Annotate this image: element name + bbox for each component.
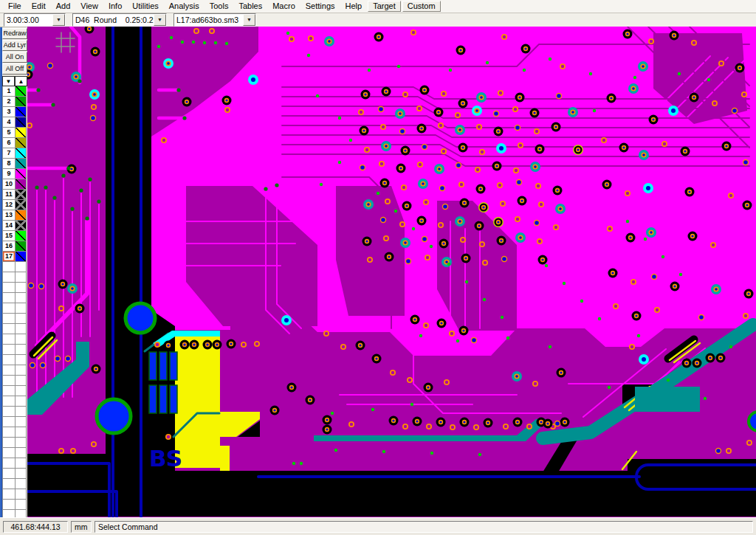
layer-row-17[interactable]: 17 <box>2 252 27 262</box>
layer-number-15[interactable]: 15 <box>2 231 16 241</box>
layer-row-11[interactable]: 11 <box>2 190 27 200</box>
layer-row-2[interactable]: 2 <box>2 97 27 107</box>
via <box>406 259 410 263</box>
layer-row-12[interactable]: 12 <box>2 200 27 210</box>
layer-swatch-3[interactable] <box>16 107 27 117</box>
via <box>516 421 518 423</box>
all-off-button[interactable]: All Off <box>2 63 27 75</box>
menu-info[interactable]: Info <box>103 1 127 12</box>
layer-row-13[interactable]: 13 <box>2 210 27 221</box>
layer-swatch-15[interactable] <box>16 231 27 241</box>
layer-swatch-7[interactable] <box>16 148 27 159</box>
via <box>725 145 727 147</box>
layer-number-14[interactable]: 14 <box>2 221 16 231</box>
menu-tools[interactable]: Tools <box>205 1 234 12</box>
layer-row-empty <box>2 417 27 427</box>
chevron-down-icon[interactable]: ▼ <box>52 14 65 26</box>
layer-swatch-17[interactable] <box>16 252 27 262</box>
scroll-down-icon[interactable]: ▼ <box>2 76 15 86</box>
layer-number-12[interactable]: 12 <box>2 200 16 210</box>
menu-settings[interactable]: Settings <box>300 1 340 12</box>
layer-number-6[interactable]: 6 <box>2 138 16 148</box>
menu-analysis[interactable]: Analysis <box>164 1 205 12</box>
empty-cell <box>2 293 16 303</box>
pad-combo[interactable]: D46 Round 0.25:0.25 ▼ <box>72 13 167 27</box>
menu-tables[interactable]: Tables <box>233 1 267 12</box>
layer-swatch-6[interactable] <box>16 138 27 148</box>
scroll-up-icon[interactable]: ▲ <box>15 76 27 86</box>
layer-swatch-14[interactable] <box>16 221 27 231</box>
layer-row-5[interactable]: 5 <box>2 128 27 138</box>
layer-row-8[interactable]: 8 <box>2 159 27 169</box>
layer-number-11[interactable]: 11 <box>2 190 16 200</box>
layer-swatch-2[interactable] <box>16 97 27 107</box>
menu-custom[interactable]: Custom <box>402 1 441 12</box>
layer-swatch-9[interactable] <box>16 169 27 179</box>
chevron-down-icon[interactable]: ▼ <box>154 14 166 26</box>
via <box>484 261 487 264</box>
layer-swatch-12[interactable] <box>16 200 27 210</box>
via <box>377 35 379 38</box>
layer-row-4[interactable]: 4 <box>2 117 27 128</box>
menu-target[interactable]: Target <box>368 1 401 12</box>
layer-swatch-16[interactable] <box>16 241 27 252</box>
menu-utilities[interactable]: Utilities <box>127 1 163 12</box>
layer-row-15[interactable]: 15 <box>2 231 27 241</box>
layer-row-3[interactable]: 3 <box>2 107 27 117</box>
via <box>650 231 653 234</box>
via <box>422 237 427 241</box>
add-lyr-button[interactable]: Add Lyr <box>2 40 27 51</box>
via <box>729 194 732 197</box>
layer-row-16[interactable]: 16 <box>2 241 27 252</box>
layer-number-4[interactable]: 4 <box>2 117 16 128</box>
layer-row-1[interactable]: 1 <box>2 86 27 97</box>
via <box>563 421 566 423</box>
menu-macro[interactable]: Macro <box>267 1 300 12</box>
pcb-canvas[interactable]: BS <box>27 27 756 518</box>
grid-combo[interactable]: 3.00:3.00 ▼ <box>4 13 66 27</box>
layer-combo[interactable]: L17:ad663bo.sm3 ▼ <box>173 13 256 27</box>
chevron-down-icon[interactable]: ▼ <box>243 14 255 26</box>
layer-number-7[interactable]: 7 <box>2 148 16 159</box>
layer-number-10[interactable]: 10 <box>2 179 16 190</box>
via <box>475 426 478 429</box>
layer-row-6[interactable]: 6 <box>2 138 27 148</box>
layer-swatch-8[interactable] <box>16 159 27 169</box>
layer-row-10[interactable]: 10 <box>2 179 27 190</box>
layer-swatch-5[interactable] <box>16 128 27 138</box>
redraw-button[interactable]: Redraw <box>2 28 27 39</box>
empty-cell <box>2 458 16 469</box>
via <box>707 78 710 81</box>
layer-swatch-13[interactable] <box>16 210 27 221</box>
layer-number-9[interactable]: 9 <box>2 169 16 179</box>
command-prompt[interactable]: Select Command <box>94 521 753 533</box>
menu-edit[interactable]: Edit <box>27 1 51 12</box>
layer-number-16[interactable]: 16 <box>2 241 16 252</box>
trace <box>668 339 694 359</box>
pcb-drawing[interactable]: BS <box>27 27 756 518</box>
menu-add[interactable]: Add <box>51 1 76 12</box>
layer-number-2[interactable]: 2 <box>2 97 16 107</box>
via <box>397 65 400 68</box>
layer-number-8[interactable]: 8 <box>2 159 16 169</box>
via <box>475 109 478 112</box>
layer-number-5[interactable]: 5 <box>2 128 16 138</box>
layer-swatch-11[interactable] <box>16 190 27 200</box>
layer-swatch-1[interactable] <box>16 86 27 97</box>
layer-row-9[interactable]: 9 <box>2 169 27 179</box>
layer-number-13[interactable]: 13 <box>2 210 16 221</box>
all-on-button[interactable]: All On <box>2 52 27 63</box>
menu-help[interactable]: Help <box>340 1 368 12</box>
layer-row-7[interactable]: 7 <box>2 148 27 159</box>
layer-number-1[interactable]: 1 <box>2 86 16 97</box>
via <box>534 382 537 385</box>
via <box>60 307 63 310</box>
layer-swatch-10[interactable] <box>16 179 27 190</box>
layer-row-14[interactable]: 14 <box>2 221 27 231</box>
layer-number-3[interactable]: 3 <box>2 107 16 117</box>
layer-swatch-4[interactable] <box>16 117 27 128</box>
layer-number-17[interactable]: 17 <box>2 252 16 262</box>
menu-view[interactable]: View <box>75 1 103 12</box>
via <box>35 185 38 189</box>
menu-file[interactable]: File <box>3 1 27 12</box>
